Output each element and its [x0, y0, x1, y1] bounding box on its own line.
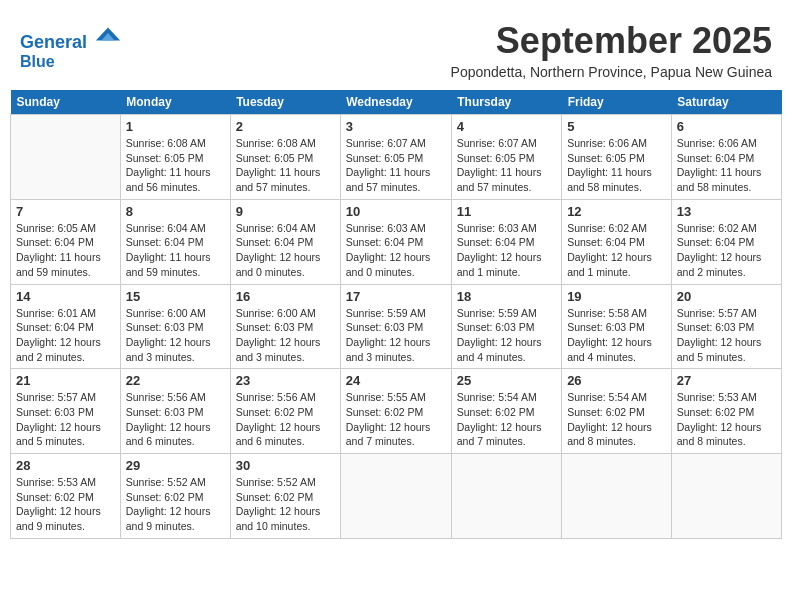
- day-info: Sunrise: 5:57 AM Sunset: 6:03 PM Dayligh…: [677, 306, 776, 365]
- day-info: Sunrise: 6:02 AM Sunset: 6:04 PM Dayligh…: [677, 221, 776, 280]
- calendar-cell: [11, 115, 121, 200]
- day-number: 16: [236, 289, 335, 304]
- calendar-cell: 11Sunrise: 6:03 AM Sunset: 6:04 PM Dayli…: [451, 199, 561, 284]
- calendar-cell: 9Sunrise: 6:04 AM Sunset: 6:04 PM Daylig…: [230, 199, 340, 284]
- calendar-cell: 8Sunrise: 6:04 AM Sunset: 6:04 PM Daylig…: [120, 199, 230, 284]
- calendar-cell: 29Sunrise: 5:52 AM Sunset: 6:02 PM Dayli…: [120, 454, 230, 539]
- day-info: Sunrise: 6:08 AM Sunset: 6:05 PM Dayligh…: [126, 136, 225, 195]
- day-info: Sunrise: 5:52 AM Sunset: 6:02 PM Dayligh…: [236, 475, 335, 534]
- calendar-cell: 6Sunrise: 6:06 AM Sunset: 6:04 PM Daylig…: [671, 115, 781, 200]
- day-info: Sunrise: 6:03 AM Sunset: 6:04 PM Dayligh…: [457, 221, 556, 280]
- weekday-header-wednesday: Wednesday: [340, 90, 451, 115]
- day-number: 14: [16, 289, 115, 304]
- day-info: Sunrise: 6:07 AM Sunset: 6:05 PM Dayligh…: [457, 136, 556, 195]
- weekday-header-tuesday: Tuesday: [230, 90, 340, 115]
- day-info: Sunrise: 5:52 AM Sunset: 6:02 PM Dayligh…: [126, 475, 225, 534]
- day-number: 6: [677, 119, 776, 134]
- day-info: Sunrise: 6:04 AM Sunset: 6:04 PM Dayligh…: [126, 221, 225, 280]
- calendar-cell: 28Sunrise: 5:53 AM Sunset: 6:02 PM Dayli…: [11, 454, 121, 539]
- calendar-cell: 7Sunrise: 6:05 AM Sunset: 6:04 PM Daylig…: [11, 199, 121, 284]
- calendar-cell: 24Sunrise: 5:55 AM Sunset: 6:02 PM Dayli…: [340, 369, 451, 454]
- logo-text: General: [20, 20, 122, 53]
- day-number: 13: [677, 204, 776, 219]
- calendar-cell: 10Sunrise: 6:03 AM Sunset: 6:04 PM Dayli…: [340, 199, 451, 284]
- calendar-cell: 4Sunrise: 6:07 AM Sunset: 6:05 PM Daylig…: [451, 115, 561, 200]
- day-info: Sunrise: 5:57 AM Sunset: 6:03 PM Dayligh…: [16, 390, 115, 449]
- calendar-week-3: 14Sunrise: 6:01 AM Sunset: 6:04 PM Dayli…: [11, 284, 782, 369]
- day-number: 1: [126, 119, 225, 134]
- calendar-cell: 27Sunrise: 5:53 AM Sunset: 6:02 PM Dayli…: [671, 369, 781, 454]
- day-info: Sunrise: 5:53 AM Sunset: 6:02 PM Dayligh…: [16, 475, 115, 534]
- calendar-cell: 18Sunrise: 5:59 AM Sunset: 6:03 PM Dayli…: [451, 284, 561, 369]
- day-number: 20: [677, 289, 776, 304]
- calendar-cell: 25Sunrise: 5:54 AM Sunset: 6:02 PM Dayli…: [451, 369, 561, 454]
- calendar-cell: 30Sunrise: 5:52 AM Sunset: 6:02 PM Dayli…: [230, 454, 340, 539]
- day-info: Sunrise: 6:07 AM Sunset: 6:05 PM Dayligh…: [346, 136, 446, 195]
- calendar-cell: 2Sunrise: 6:08 AM Sunset: 6:05 PM Daylig…: [230, 115, 340, 200]
- day-info: Sunrise: 5:56 AM Sunset: 6:02 PM Dayligh…: [236, 390, 335, 449]
- weekday-header-sunday: Sunday: [11, 90, 121, 115]
- calendar-header-row: SundayMondayTuesdayWednesdayThursdayFrid…: [11, 90, 782, 115]
- day-info: Sunrise: 5:58 AM Sunset: 6:03 PM Dayligh…: [567, 306, 666, 365]
- day-number: 26: [567, 373, 666, 388]
- day-number: 4: [457, 119, 556, 134]
- calendar-cell: 17Sunrise: 5:59 AM Sunset: 6:03 PM Dayli…: [340, 284, 451, 369]
- calendar-cell: 14Sunrise: 6:01 AM Sunset: 6:04 PM Dayli…: [11, 284, 121, 369]
- day-number: 5: [567, 119, 666, 134]
- calendar-cell: 20Sunrise: 5:57 AM Sunset: 6:03 PM Dayli…: [671, 284, 781, 369]
- day-number: 22: [126, 373, 225, 388]
- day-number: 29: [126, 458, 225, 473]
- day-info: Sunrise: 5:55 AM Sunset: 6:02 PM Dayligh…: [346, 390, 446, 449]
- day-number: 7: [16, 204, 115, 219]
- day-number: 8: [126, 204, 225, 219]
- logo-general: General: [20, 32, 87, 52]
- calendar-cell: 16Sunrise: 6:00 AM Sunset: 6:03 PM Dayli…: [230, 284, 340, 369]
- calendar-cell: 1Sunrise: 6:08 AM Sunset: 6:05 PM Daylig…: [120, 115, 230, 200]
- calendar-cell: 3Sunrise: 6:07 AM Sunset: 6:05 PM Daylig…: [340, 115, 451, 200]
- day-info: Sunrise: 6:08 AM Sunset: 6:05 PM Dayligh…: [236, 136, 335, 195]
- day-number: 30: [236, 458, 335, 473]
- calendar-cell: 22Sunrise: 5:56 AM Sunset: 6:03 PM Dayli…: [120, 369, 230, 454]
- day-info: Sunrise: 5:56 AM Sunset: 6:03 PM Dayligh…: [126, 390, 225, 449]
- calendar-cell: [671, 454, 781, 539]
- calendar-cell: 23Sunrise: 5:56 AM Sunset: 6:02 PM Dayli…: [230, 369, 340, 454]
- weekday-header-thursday: Thursday: [451, 90, 561, 115]
- weekday-header-saturday: Saturday: [671, 90, 781, 115]
- day-info: Sunrise: 6:05 AM Sunset: 6:04 PM Dayligh…: [16, 221, 115, 280]
- weekday-header-monday: Monday: [120, 90, 230, 115]
- calendar-cell: 13Sunrise: 6:02 AM Sunset: 6:04 PM Dayli…: [671, 199, 781, 284]
- day-number: 2: [236, 119, 335, 134]
- day-number: 10: [346, 204, 446, 219]
- day-number: 24: [346, 373, 446, 388]
- logo-blue: Blue: [20, 53, 122, 71]
- location-title: Popondetta, Northern Province, Papua New…: [451, 64, 772, 80]
- calendar-cell: 21Sunrise: 5:57 AM Sunset: 6:03 PM Dayli…: [11, 369, 121, 454]
- day-info: Sunrise: 6:02 AM Sunset: 6:04 PM Dayligh…: [567, 221, 666, 280]
- day-info: Sunrise: 6:06 AM Sunset: 6:05 PM Dayligh…: [567, 136, 666, 195]
- day-number: 23: [236, 373, 335, 388]
- calendar-cell: 5Sunrise: 6:06 AM Sunset: 6:05 PM Daylig…: [562, 115, 672, 200]
- day-number: 9: [236, 204, 335, 219]
- calendar-cell: [451, 454, 561, 539]
- calendar-cell: [340, 454, 451, 539]
- day-info: Sunrise: 5:59 AM Sunset: 6:03 PM Dayligh…: [346, 306, 446, 365]
- day-info: Sunrise: 5:54 AM Sunset: 6:02 PM Dayligh…: [457, 390, 556, 449]
- day-number: 27: [677, 373, 776, 388]
- day-number: 25: [457, 373, 556, 388]
- calendar-cell: [562, 454, 672, 539]
- day-info: Sunrise: 6:04 AM Sunset: 6:04 PM Dayligh…: [236, 221, 335, 280]
- calendar-cell: 12Sunrise: 6:02 AM Sunset: 6:04 PM Dayli…: [562, 199, 672, 284]
- day-number: 15: [126, 289, 225, 304]
- day-info: Sunrise: 6:00 AM Sunset: 6:03 PM Dayligh…: [126, 306, 225, 365]
- day-number: 21: [16, 373, 115, 388]
- logo-icon: [94, 20, 122, 48]
- day-info: Sunrise: 5:54 AM Sunset: 6:02 PM Dayligh…: [567, 390, 666, 449]
- calendar-week-2: 7Sunrise: 6:05 AM Sunset: 6:04 PM Daylig…: [11, 199, 782, 284]
- calendar-table: SundayMondayTuesdayWednesdayThursdayFrid…: [10, 90, 782, 539]
- page-header: General Blue September 2025 Popondetta, …: [10, 10, 782, 80]
- day-number: 12: [567, 204, 666, 219]
- calendar-cell: 19Sunrise: 5:58 AM Sunset: 6:03 PM Dayli…: [562, 284, 672, 369]
- day-number: 17: [346, 289, 446, 304]
- calendar-week-4: 21Sunrise: 5:57 AM Sunset: 6:03 PM Dayli…: [11, 369, 782, 454]
- day-info: Sunrise: 5:53 AM Sunset: 6:02 PM Dayligh…: [677, 390, 776, 449]
